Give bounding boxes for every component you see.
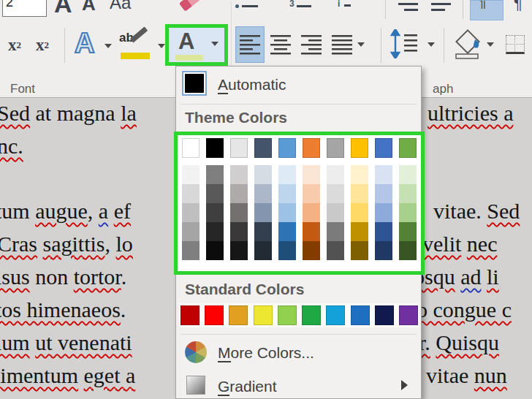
- theme-variant-swatch[interactable]: [206, 184, 224, 203]
- standard-color-blue[interactable]: [351, 305, 370, 325]
- menu-item-automatic[interactable]: Automatic: [176, 68, 421, 102]
- theme-variant-swatch[interactable]: [230, 203, 248, 222]
- chevron-down-icon[interactable]: [211, 42, 218, 46]
- theme-variant-swatch[interactable]: [351, 222, 368, 241]
- theme-variant-swatch[interactable]: [182, 222, 200, 241]
- annotation-box-theme-grid: [174, 132, 425, 275]
- theme-color-blue[interactable]: [375, 138, 392, 158]
- standard-color-yellow[interactable]: [254, 305, 273, 325]
- theme-variant-swatch[interactable]: [351, 165, 368, 184]
- theme-variant-swatch[interactable]: [327, 203, 344, 222]
- theme-variant-swatch[interactable]: [206, 203, 224, 222]
- automatic-color-swatch: [183, 72, 205, 94]
- theme-variant-swatch[interactable]: [327, 222, 344, 241]
- doc-text-line: r. Quisqu: [419, 330, 499, 355]
- misspelled-word: limentum: [0, 363, 78, 387]
- theme-variants-light-gray: [230, 165, 248, 260]
- doc-word: [461, 232, 467, 256]
- doc-text-line: osqu ad li: [414, 265, 499, 289]
- theme-variant-swatch[interactable]: [351, 203, 368, 222]
- menu-separator: [180, 334, 417, 335]
- theme-variant-swatch[interactable]: [182, 165, 200, 184]
- theme-color-blue-gray[interactable]: [254, 138, 272, 158]
- doc-text-line: tum augue, a ef: [0, 199, 131, 224]
- more-colors-label: More Colors...: [218, 344, 314, 362]
- theme-variant-swatch[interactable]: [254, 222, 272, 241]
- misspelled-word: nec: [467, 232, 498, 256]
- theme-variant-swatch[interactable]: [278, 203, 296, 222]
- theme-variants-blue-gray: [254, 165, 272, 260]
- misspelled-word: Sed: [0, 101, 30, 125]
- theme-variant-swatch[interactable]: [327, 184, 344, 203]
- theme-variant-swatch[interactable]: [303, 184, 320, 203]
- standard-colors-header: Standard Colors: [185, 281, 304, 298]
- theme-variant-swatch[interactable]: [399, 203, 417, 222]
- theme-variant-swatch[interactable]: [375, 184, 392, 203]
- theme-color-orange[interactable]: [303, 138, 320, 158]
- theme-variant-swatch[interactable]: [327, 241, 344, 260]
- doc-text-line: limentum eget a: [0, 363, 135, 388]
- theme-variant-swatch[interactable]: [399, 241, 417, 260]
- theme-color-light-blue[interactable]: [278, 138, 296, 158]
- theme-variant-swatch[interactable]: [303, 241, 320, 260]
- theme-variant-swatch[interactable]: [278, 165, 296, 184]
- theme-color-light-gray[interactable]: [230, 138, 248, 158]
- misspelled-word: lum: [0, 330, 30, 354]
- theme-variant-swatch[interactable]: [230, 222, 248, 241]
- standard-color-orange[interactable]: [229, 305, 248, 325]
- theme-variant-swatch[interactable]: [399, 184, 417, 203]
- theme-variant-swatch[interactable]: [254, 165, 272, 184]
- menu-item-gradient[interactable]: Gradient: [176, 373, 421, 399]
- theme-variant-swatch[interactable]: [254, 203, 272, 222]
- misspelled-word: nun: [474, 363, 507, 387]
- theme-variant-swatch[interactable]: [375, 241, 392, 260]
- theme-variants-blue: [375, 165, 392, 260]
- font-color-button[interactable]: A: [169, 28, 224, 62]
- theme-variant-swatch[interactable]: [351, 241, 368, 260]
- standard-color-red[interactable]: [205, 305, 224, 325]
- theme-variant-swatch[interactable]: [375, 203, 392, 222]
- theme-variant-swatch[interactable]: [399, 222, 417, 241]
- theme-color-gold[interactable]: [351, 138, 368, 158]
- theme-variant-swatch[interactable]: [254, 241, 272, 260]
- theme-variant-swatch[interactable]: [278, 241, 296, 260]
- doc-text-line: isus non tortor.: [0, 265, 126, 289]
- theme-variant-swatch[interactable]: [375, 165, 392, 184]
- theme-variant-swatch[interactable]: [206, 241, 224, 260]
- theme-variant-swatch[interactable]: [230, 241, 248, 260]
- theme-variant-swatch[interactable]: [303, 203, 320, 222]
- theme-variants-green: [399, 165, 417, 260]
- standard-color-dark-blue[interactable]: [375, 305, 394, 325]
- misspelled-word: lo: [116, 232, 133, 256]
- theme-variant-swatch[interactable]: [303, 222, 320, 241]
- theme-variant-swatch[interactable]: [206, 165, 224, 184]
- theme-variant-swatch[interactable]: [375, 222, 392, 241]
- theme-color-green[interactable]: [399, 138, 417, 158]
- theme-variant-swatch[interactable]: [182, 184, 200, 203]
- doc-text-line: tos himenaeos.: [0, 297, 126, 322]
- standard-color-dark-red[interactable]: [180, 305, 200, 325]
- theme-variant-swatch[interactable]: [230, 184, 248, 203]
- theme-color-black[interactable]: [206, 138, 224, 158]
- font-color-A-label: A: [178, 28, 194, 55]
- menu-item-more-colors[interactable]: More Colors...: [176, 336, 421, 370]
- theme-color-white[interactable]: [182, 138, 200, 158]
- standard-color-green[interactable]: [302, 305, 321, 325]
- theme-variant-swatch[interactable]: [182, 203, 200, 222]
- doc-word: tum: [0, 199, 35, 223]
- theme-variant-swatch[interactable]: [206, 222, 224, 241]
- theme-variant-swatch[interactable]: [182, 241, 200, 260]
- theme-variant-swatch[interactable]: [230, 165, 248, 184]
- theme-variant-swatch[interactable]: [399, 165, 417, 184]
- submenu-arrow-icon: [401, 380, 408, 390]
- theme-variant-swatch[interactable]: [351, 184, 368, 203]
- standard-color-light-green[interactable]: [278, 305, 297, 325]
- theme-variant-swatch[interactable]: [278, 184, 296, 203]
- theme-color-gray[interactable]: [327, 138, 344, 158]
- theme-variant-swatch[interactable]: [327, 165, 344, 184]
- theme-variant-swatch[interactable]: [303, 165, 320, 184]
- standard-color-light-blue[interactable]: [326, 305, 345, 325]
- theme-variant-swatch[interactable]: [254, 184, 272, 203]
- theme-variant-swatch[interactable]: [278, 222, 296, 241]
- standard-color-purple[interactable]: [399, 305, 418, 325]
